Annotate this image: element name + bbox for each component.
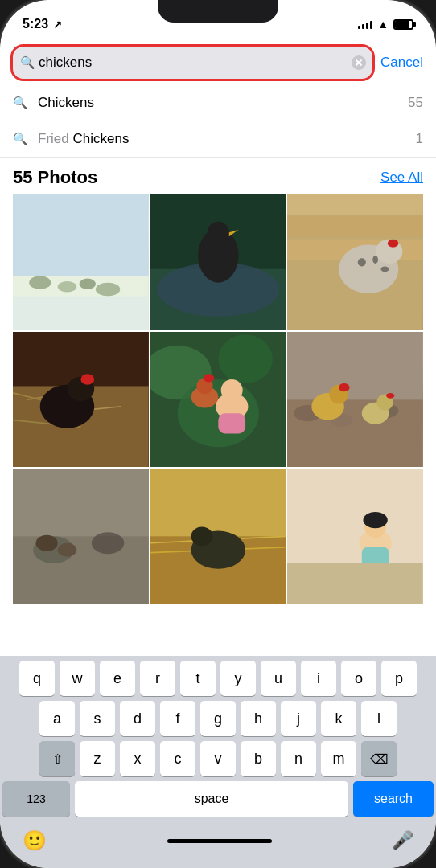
key-f[interactable]: f bbox=[160, 701, 195, 736]
svg-point-70 bbox=[364, 512, 388, 528]
svg-point-20 bbox=[373, 256, 379, 264]
keyboard-row-4: 123 space search bbox=[0, 776, 436, 821]
cancel-button[interactable]: Cancel bbox=[380, 55, 423, 71]
svg-point-22 bbox=[388, 240, 398, 248]
suggestions-list: 🔍 Chickens 55 🔍 Fried Chickens 1 bbox=[0, 85, 436, 158]
svg-point-4 bbox=[80, 279, 96, 289]
svg-rect-38 bbox=[218, 413, 245, 433]
photo-cell-1[interactable] bbox=[13, 194, 149, 330]
location-arrow-icon: ↗ bbox=[53, 18, 62, 31]
keyboard-row-2: a s d f g h j k l bbox=[0, 696, 436, 736]
svg-point-58 bbox=[58, 543, 77, 557]
svg-point-37 bbox=[220, 379, 242, 401]
svg-point-51 bbox=[339, 383, 349, 391]
search-icon: 🔍 bbox=[13, 96, 28, 110]
photo-cell-2[interactable] bbox=[150, 194, 286, 330]
key-y[interactable]: y bbox=[220, 661, 256, 696]
svg-point-31 bbox=[80, 374, 94, 384]
svg-point-41 bbox=[203, 374, 213, 382]
space-key[interactable]: space bbox=[75, 781, 348, 817]
key-v[interactable]: v bbox=[200, 741, 236, 776]
key-l[interactable]: l bbox=[361, 701, 397, 736]
suggestion-count-2: 1 bbox=[416, 131, 423, 147]
key-i[interactable]: i bbox=[301, 661, 336, 696]
svg-point-52 bbox=[386, 393, 394, 399]
suggestion-item-2[interactable]: 🔍 Fried Chickens 1 bbox=[0, 121, 436, 158]
svg-point-56 bbox=[92, 533, 124, 555]
photo-cell-7[interactable] bbox=[13, 469, 149, 604]
key-w[interactable]: w bbox=[60, 661, 95, 696]
photo-image-6 bbox=[287, 332, 423, 468]
photo-image-9 bbox=[287, 469, 423, 604]
clear-button[interactable] bbox=[352, 55, 366, 70]
svg-rect-6 bbox=[13, 296, 149, 330]
emoji-key[interactable]: 🙂 bbox=[23, 829, 47, 852]
suggestion-item-1[interactable]: 🔍 Chickens 55 bbox=[0, 85, 436, 121]
search-input[interactable]: chickens bbox=[13, 47, 372, 79]
svg-point-57 bbox=[36, 535, 58, 551]
photo-grid bbox=[13, 194, 423, 604]
svg-point-5 bbox=[96, 283, 120, 297]
key-r[interactable]: r bbox=[140, 661, 175, 696]
photo-cell-6[interactable] bbox=[287, 332, 423, 468]
status-icons: ▲ bbox=[358, 18, 413, 31]
search-bar-container: 🔍 chickens Cancel bbox=[0, 40, 436, 85]
svg-point-19 bbox=[358, 258, 366, 266]
suggestion-count-1: 55 bbox=[408, 95, 423, 111]
key-u[interactable]: u bbox=[261, 661, 296, 696]
key-o[interactable]: o bbox=[341, 661, 376, 696]
svg-point-21 bbox=[381, 266, 389, 272]
svg-point-2 bbox=[29, 276, 51, 289]
svg-point-3 bbox=[58, 281, 77, 292]
key-q[interactable]: q bbox=[19, 661, 55, 696]
photo-cell-8[interactable] bbox=[150, 469, 286, 604]
phone-screen: 5:23 ↗ ▲ 🔍 c bbox=[0, 0, 436, 868]
key-s[interactable]: s bbox=[80, 701, 115, 736]
mic-key[interactable]: 🎤 bbox=[392, 830, 413, 851]
keyboard-indicator-row: 🙂 🎤 bbox=[0, 821, 436, 868]
photo-cell-4[interactable] bbox=[13, 332, 149, 468]
keyboard: q w e r t y u i o p a s d f g h j k bbox=[0, 656, 436, 868]
key-h[interactable]: h bbox=[241, 701, 276, 736]
battery-icon bbox=[393, 19, 413, 30]
photo-image-2 bbox=[150, 194, 286, 330]
key-c[interactable]: c bbox=[160, 741, 195, 776]
wifi-icon: ▲ bbox=[377, 18, 389, 31]
home-bar bbox=[167, 839, 272, 843]
key-z[interactable]: z bbox=[80, 741, 115, 776]
key-g[interactable]: g bbox=[200, 701, 236, 736]
key-a[interactable]: a bbox=[39, 701, 75, 736]
photo-image-7 bbox=[13, 469, 149, 604]
key-e[interactable]: e bbox=[100, 661, 135, 696]
num-key[interactable]: 123 bbox=[2, 781, 70, 817]
suggestion-text-2: Fried Chickens bbox=[38, 131, 416, 147]
key-m[interactable]: m bbox=[321, 741, 356, 776]
status-time: 5:23 ↗ bbox=[23, 17, 62, 31]
key-j[interactable]: j bbox=[281, 701, 316, 736]
key-p[interactable]: p bbox=[381, 661, 417, 696]
key-k[interactable]: k bbox=[321, 701, 356, 736]
photo-cell-5[interactable] bbox=[150, 332, 286, 468]
delete-key[interactable]: ⌫ bbox=[361, 741, 397, 776]
key-t[interactable]: t bbox=[180, 661, 216, 696]
photo-image-3 bbox=[287, 194, 423, 330]
svg-point-11 bbox=[207, 222, 228, 244]
svg-point-64 bbox=[191, 527, 212, 547]
photo-cell-3[interactable] bbox=[287, 194, 423, 330]
keyboard-row-1: q w e r t y u i o p bbox=[0, 656, 436, 696]
search-key[interactable]: search bbox=[353, 781, 434, 817]
key-d[interactable]: d bbox=[120, 701, 155, 736]
key-x[interactable]: x bbox=[120, 741, 155, 776]
signal-icon bbox=[358, 19, 372, 29]
search-icon-2: 🔍 bbox=[13, 132, 28, 146]
shift-key[interactable]: ⇧ bbox=[39, 741, 75, 776]
photos-section: 55 Photos See All bbox=[0, 158, 436, 611]
key-n[interactable]: n bbox=[281, 741, 316, 776]
key-b[interactable]: b bbox=[241, 741, 276, 776]
svg-rect-69 bbox=[287, 563, 423, 604]
photo-cell-9[interactable] bbox=[287, 469, 423, 604]
phone-frame: 5:23 ↗ ▲ 🔍 c bbox=[0, 0, 436, 868]
search-bar-wrapper[interactable]: 🔍 chickens bbox=[13, 47, 372, 79]
see-all-button[interactable]: See All bbox=[380, 170, 423, 186]
svg-rect-15 bbox=[287, 216, 423, 236]
